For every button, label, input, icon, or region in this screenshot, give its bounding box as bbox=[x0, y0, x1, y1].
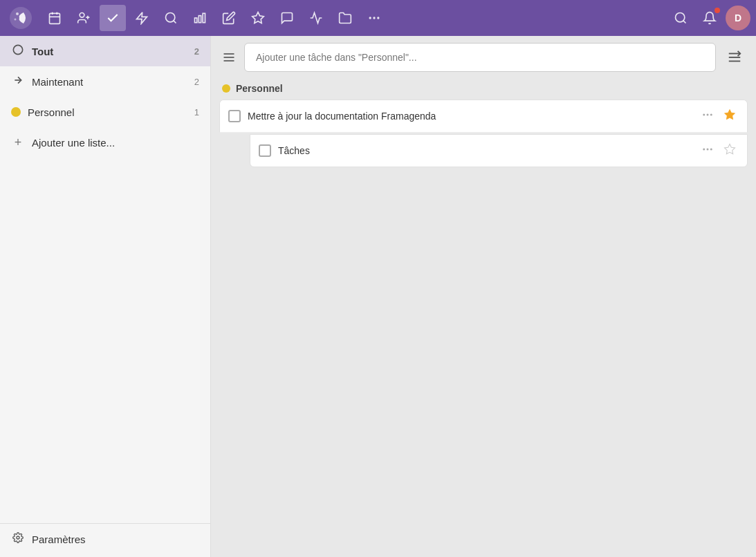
svg-marker-35 bbox=[725, 144, 735, 153]
bell-icon[interactable] bbox=[697, 5, 723, 31]
sidebar-bottom: Paramètres bbox=[0, 523, 210, 557]
personnel-dot-icon bbox=[11, 107, 21, 117]
edit-icon[interactable] bbox=[216, 5, 242, 31]
svg-point-7 bbox=[80, 13, 84, 18]
svg-point-33 bbox=[707, 148, 709, 150]
svg-point-1 bbox=[16, 12, 19, 15]
svg-point-19 bbox=[13, 45, 22, 54]
task-checkbox-2[interactable] bbox=[259, 144, 271, 157]
settings-label: Paramètres bbox=[32, 534, 199, 545]
sidebar-settings[interactable]: Paramètres bbox=[0, 524, 210, 554]
sidebar-spacer bbox=[0, 158, 210, 523]
svg-point-8 bbox=[166, 13, 175, 22]
sidebar: Tout 2 Maintenant 2 Personnel 1 + Ajoute… bbox=[0, 36, 211, 557]
tasks-icon[interactable] bbox=[100, 5, 126, 31]
add-icon: + bbox=[11, 135, 25, 150]
favorites-icon[interactable] bbox=[245, 5, 271, 31]
calendar-icon[interactable] bbox=[42, 5, 68, 31]
section-header-personnel: Personnel bbox=[219, 77, 748, 100]
svg-point-21 bbox=[17, 536, 19, 539]
svg-rect-3 bbox=[50, 13, 60, 23]
task-more-button-1[interactable] bbox=[699, 107, 717, 126]
sidebar-count-personnel: 1 bbox=[194, 107, 199, 117]
sidebar-item-tout[interactable]: Tout 2 bbox=[0, 36, 210, 66]
charts-icon[interactable] bbox=[187, 5, 213, 31]
avatar[interactable]: D bbox=[726, 6, 750, 30]
task-actions-1 bbox=[699, 107, 739, 126]
task-label-1: Mettre à jour la documentation Framagend… bbox=[248, 111, 692, 122]
announce-icon[interactable] bbox=[303, 5, 329, 31]
menu-toggle-button[interactable] bbox=[219, 48, 239, 67]
notification-badge bbox=[714, 8, 720, 13]
view-toggle-button[interactable] bbox=[721, 47, 748, 68]
task-checkbox-1[interactable] bbox=[228, 110, 241, 122]
topnav: D bbox=[0, 0, 756, 36]
files-icon[interactable] bbox=[332, 5, 358, 31]
app-logo[interactable] bbox=[6, 3, 36, 33]
content-header bbox=[211, 36, 756, 77]
svg-point-30 bbox=[710, 113, 712, 115]
sidebar-item-personnel[interactable]: Personnel 1 bbox=[0, 97, 210, 127]
search-right-icon[interactable] bbox=[667, 5, 694, 31]
svg-point-14 bbox=[369, 17, 371, 19]
sidebar-label-maintenant: Maintenant bbox=[32, 76, 187, 88]
svg-point-15 bbox=[373, 17, 375, 19]
more-icon[interactable] bbox=[361, 5, 387, 31]
svg-point-2 bbox=[15, 19, 17, 21]
svg-rect-10 bbox=[195, 18, 197, 23]
task-more-button-2[interactable] bbox=[699, 142, 717, 160]
table-row: Tâches bbox=[250, 134, 748, 167]
task-label-2: Tâches bbox=[278, 145, 692, 156]
svg-point-29 bbox=[707, 113, 709, 115]
search-nav-icon[interactable] bbox=[158, 5, 184, 31]
settings-icon bbox=[11, 532, 25, 546]
table-row: Mettre à jour la documentation Framagend… bbox=[219, 100, 748, 133]
add-task-input[interactable] bbox=[244, 43, 716, 72]
svg-line-9 bbox=[174, 21, 176, 23]
sidebar-count-tout: 2 bbox=[194, 46, 199, 57]
now-icon bbox=[11, 75, 25, 88]
task-star-button-1[interactable] bbox=[721, 107, 739, 126]
svg-point-16 bbox=[377, 17, 379, 19]
svg-rect-11 bbox=[199, 16, 201, 23]
content-area: Personnel Mettre à jour la documentation… bbox=[211, 36, 756, 557]
task-actions-2 bbox=[699, 142, 739, 160]
svg-point-28 bbox=[703, 113, 705, 115]
section-title-personnel: Personnel bbox=[236, 83, 283, 94]
sidebar-label-tout: Tout bbox=[32, 46, 187, 57]
activity-icon[interactable] bbox=[129, 5, 155, 31]
sidebar-item-maintenant[interactable]: Maintenant 2 bbox=[0, 66, 210, 97]
svg-marker-31 bbox=[725, 109, 735, 119]
all-tasks-icon bbox=[11, 44, 25, 58]
svg-marker-13 bbox=[252, 12, 264, 23]
main-layout: Tout 2 Maintenant 2 Personnel 1 + Ajoute… bbox=[0, 36, 756, 557]
sidebar-label-personnel: Personnel bbox=[28, 106, 187, 118]
personnel-section: Personnel Mettre à jour la documentation… bbox=[219, 77, 748, 167]
task-star-button-2[interactable] bbox=[721, 142, 739, 160]
task-area: Personnel Mettre à jour la documentation… bbox=[211, 77, 756, 557]
section-dot-icon bbox=[222, 84, 230, 93]
svg-point-32 bbox=[703, 148, 705, 150]
add-list-label: Ajouter une liste... bbox=[32, 137, 199, 149]
sidebar-count-maintenant: 2 bbox=[194, 77, 199, 87]
contacts-icon[interactable] bbox=[71, 5, 97, 31]
svg-rect-12 bbox=[203, 13, 205, 22]
sidebar-add-list[interactable]: + Ajouter une liste... bbox=[0, 127, 210, 158]
svg-line-18 bbox=[683, 21, 686, 23]
svg-point-17 bbox=[676, 13, 685, 22]
svg-point-34 bbox=[710, 148, 712, 150]
chat-icon[interactable] bbox=[274, 5, 300, 31]
